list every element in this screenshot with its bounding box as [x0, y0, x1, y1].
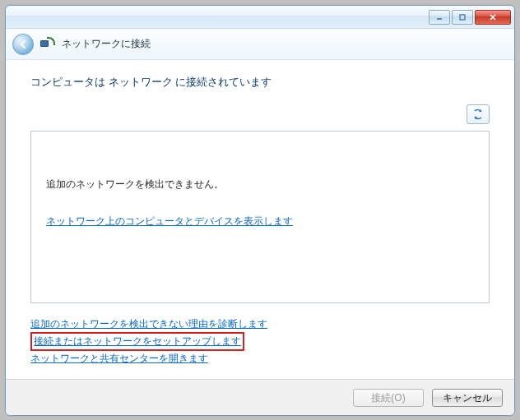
show-devices-link[interactable]: ネットワーク上のコンピュータとデバイスを表示します [46, 215, 293, 228]
network-list: 追加のネットワークを検出できません。 ネットワーク上のコンピュータとデバイスを表… [30, 131, 490, 303]
connect-button: 接続(O) [353, 389, 424, 407]
back-button[interactable] [12, 34, 34, 55]
titlebar [6, 6, 514, 29]
minimize-button[interactable] [429, 10, 450, 25]
content-area: コンピュータは ネットワーク に接続されています 追加のネットワークを検出できま… [6, 60, 514, 379]
maximize-button[interactable] [452, 10, 473, 25]
sharing-center-link[interactable]: ネットワークと共有センターを開きます [30, 351, 490, 367]
footer: 接続(O) キャンセル [6, 379, 514, 415]
cancel-button[interactable]: キャンセル [432, 389, 503, 407]
diagnose-link[interactable]: 追加のネットワークを検出できない理由を診断します [30, 316, 490, 332]
dialog-window: ネットワークに接続 コンピュータは ネットワーク に接続されています 追加のネッ… [5, 5, 515, 416]
header: ネットワークに接続 [6, 29, 514, 60]
status-text: 追加のネットワークを検出できません。 [46, 178, 474, 192]
network-icon [40, 37, 55, 52]
refresh-icon [472, 108, 484, 120]
window-title: ネットワークに接続 [62, 37, 151, 51]
refresh-button[interactable] [467, 104, 490, 124]
help-links: 追加のネットワークを検出できない理由を診断します 接続またはネットワークをセット… [30, 316, 490, 367]
svg-rect-1 [460, 15, 465, 20]
main-heading: コンピュータは ネットワーク に接続されています [30, 75, 490, 90]
setup-connection-link[interactable]: 接続またはネットワークをセットアップします [34, 334, 241, 349]
close-button[interactable] [475, 10, 511, 25]
